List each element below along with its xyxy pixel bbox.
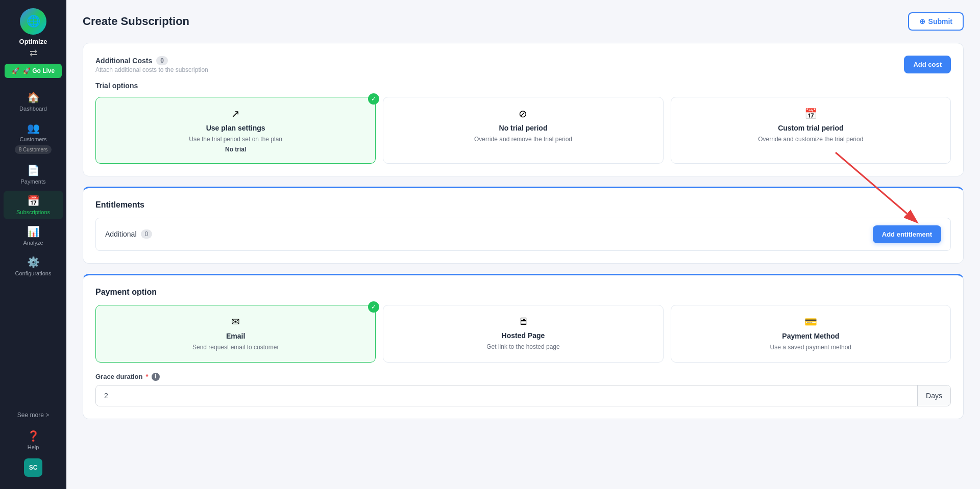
customers-badge: 8 Customers — [15, 145, 52, 154]
trial-option-custom[interactable]: 📅 Custom trial period Override and custo… — [671, 97, 951, 164]
sidebar-item-customers[interactable]: 👥 Customers 8 Customers — [4, 118, 63, 158]
payment-method-desc: Use a saved payment method — [679, 343, 942, 352]
go-live-button[interactable]: 🚀 🚀 Go Live — [5, 64, 62, 78]
dashboard-icon: 🏠 — [27, 91, 40, 104]
sidebar-item-subscriptions[interactable]: 📅 Subscriptions — [4, 191, 63, 219]
dashboard-label: Dashboard — [19, 106, 47, 112]
grace-input-row: Days — [95, 385, 951, 406]
additional-costs-info: Additional Costs 0 Attach additional cos… — [95, 56, 208, 73]
additional-costs-section: Additional Costs 0 Attach additional cos… — [83, 43, 964, 176]
use-plan-desc: Use the trial period set on the plan — [104, 135, 367, 144]
entitlement-label: Additional 0 — [105, 229, 152, 239]
help-icon: ❓ — [27, 430, 40, 442]
page-header: Create Subscription ⊕ Submit — [83, 12, 964, 31]
trial-option-use-plan[interactable]: ✓ ↗ Use plan settings Use the trial peri… — [95, 97, 376, 164]
email-payment-title: Email — [104, 332, 367, 340]
org-name: Optimize — [19, 38, 47, 45]
email-selected-checkmark: ✓ — [368, 301, 379, 313]
entitlements-title: Entitlements — [95, 200, 951, 210]
submit-label: Submit — [928, 17, 952, 25]
grace-info-icon: i — [152, 373, 160, 381]
entitlement-count-badge: 0 — [141, 229, 153, 239]
trial-option-no-trial[interactable]: ⊘ No trial period Override and remove th… — [383, 97, 663, 164]
use-plan-icon: ↗ — [104, 108, 367, 120]
sidebar-item-help[interactable]: ❓ Help — [4, 426, 63, 454]
selected-checkmark: ✓ — [368, 93, 379, 105]
trial-options-grid: ✓ ↗ Use plan settings Use the trial peri… — [95, 97, 951, 164]
grace-duration-label: Grace duration * i — [95, 373, 951, 381]
grace-duration-input[interactable] — [96, 385, 917, 406]
trial-options-label: Trial options — [95, 82, 951, 90]
hosted-page-desc: Get link to the hosted page — [391, 343, 654, 351]
additional-costs-badge: 0 — [156, 56, 168, 65]
analyze-icon: 📊 — [27, 225, 40, 238]
configurations-icon: ⚙️ — [27, 256, 40, 268]
go-live-icon: 🚀 — [12, 67, 19, 74]
entitlement-row: Additional 0 Add entitlement — [95, 218, 951, 251]
additional-costs-title: Additional Costs — [95, 57, 152, 65]
submit-icon: ⊕ — [919, 17, 925, 25]
entitlement-additional-text: Additional — [105, 230, 137, 238]
entitlements-section: Entitlements Additional 0 Add entitlemen… — [83, 187, 964, 264]
payment-option-payment-method[interactable]: 💳 Payment Method Use a saved payment met… — [671, 305, 951, 363]
page-title: Create Subscription — [83, 15, 189, 28]
payment-method-icon: 💳 — [679, 316, 942, 328]
use-plan-title: Use plan settings — [104, 124, 367, 132]
analyze-label: Analyze — [23, 240, 43, 246]
no-trial-title: No trial period — [391, 124, 654, 132]
no-trial-desc: Override and remove the trial period — [391, 135, 654, 144]
grace-label-text: Grace duration — [95, 373, 142, 380]
custom-trial-desc: Override and customize the trial period — [679, 135, 942, 144]
payment-title: Payment option — [95, 288, 951, 297]
use-plan-subtitle: No trial — [104, 146, 367, 153]
see-more-label: See more > — [17, 411, 49, 419]
payment-option-hosted-page[interactable]: 🖥 Hosted Page Get link to the hosted pag… — [383, 305, 663, 363]
grace-duration-unit: Days — [917, 385, 950, 406]
payment-options-grid: ✓ ✉ Email Send request email to customer… — [95, 305, 951, 363]
customers-icon: 👥 — [27, 122, 40, 134]
help-label: Help — [28, 444, 39, 450]
sidebar-item-configurations[interactable]: ⚙️ Configurations — [4, 252, 63, 280]
see-more-button[interactable]: See more > — [14, 408, 52, 422]
sidebar: 🌐 Optimize ⇄ 🚀 🚀 Go Live 🏠 Dashboard 👥 C… — [0, 0, 66, 489]
user-initials: SC — [29, 464, 38, 471]
add-cost-button[interactable]: Add cost — [904, 56, 951, 73]
add-entitlement-button[interactable]: Add entitlement — [873, 225, 941, 243]
additional-costs-row: Additional Costs 0 Attach additional cos… — [95, 56, 951, 73]
custom-trial-title: Custom trial period — [679, 124, 942, 132]
no-trial-icon: ⊘ — [391, 108, 654, 120]
payment-option-email[interactable]: ✓ ✉ Email Send request email to customer — [95, 305, 376, 363]
configurations-label: Configurations — [15, 270, 52, 276]
subscriptions-icon: 📅 — [27, 195, 40, 207]
user-avatar[interactable]: SC — [24, 458, 42, 477]
sidebar-item-analyze[interactable]: 📊 Analyze — [4, 221, 63, 250]
hosted-page-title: Hosted Page — [391, 331, 654, 340]
submit-button[interactable]: ⊕ Submit — [908, 12, 964, 31]
additional-costs-label: Additional Costs 0 — [95, 56, 208, 65]
sidebar-item-payments[interactable]: 📄 Payments — [4, 160, 63, 189]
required-indicator: * — [145, 373, 148, 380]
hosted-page-icon: 🖥 — [391, 316, 654, 327]
grace-duration-section: Grace duration * i Days — [95, 373, 951, 406]
org-logo: 🌐 — [20, 8, 46, 35]
additional-costs-subtitle: Attach additional costs to the subscript… — [95, 66, 208, 73]
custom-trial-icon: 📅 — [679, 108, 942, 120]
payments-icon: 📄 — [27, 164, 40, 176]
email-payment-desc: Send request email to customer — [104, 343, 367, 352]
subscriptions-label: Subscriptions — [16, 209, 50, 215]
email-icon: ✉ — [104, 316, 367, 328]
sidebar-item-dashboard[interactable]: 🏠 Dashboard — [4, 87, 63, 116]
switch-icon[interactable]: ⇄ — [30, 47, 37, 59]
payment-section: Payment option ✓ ✉ Email Send request em… — [83, 274, 964, 419]
payment-method-title: Payment Method — [679, 332, 942, 340]
main-content: Create Subscription ⊕ Submit Additional … — [66, 0, 980, 489]
payments-label: Payments — [21, 178, 46, 185]
sidebar-bottom: See more > ❓ Help SC — [0, 404, 66, 481]
customers-label: Customers — [19, 136, 46, 142]
sidebar-nav: 🏠 Dashboard 👥 Customers 8 Customers 📄 Pa… — [0, 87, 66, 404]
